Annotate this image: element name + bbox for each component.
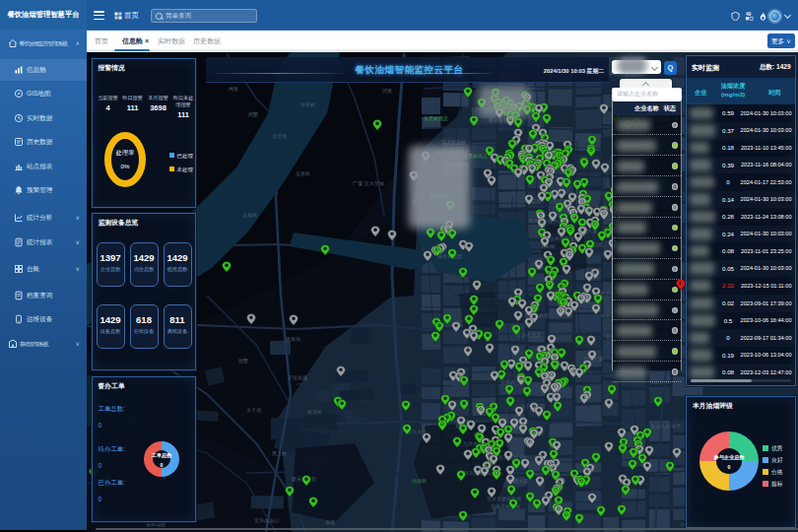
svg-text:静安嘉苑: 静安嘉苑 (489, 117, 508, 124)
svg-text:海景树酒店: 海景树酒店 (424, 115, 448, 122)
svg-text:东郊花园: 东郊花园 (146, 521, 166, 528)
svg-text:0: 0 (160, 462, 163, 468)
svg-text:科荃村: 科荃村 (300, 101, 315, 108)
svg-text:富家村: 富家村 (307, 409, 322, 416)
svg-text:黑上村: 黑上村 (272, 450, 287, 457)
svg-text:宜天悦学校: 宜天悦学校 (441, 139, 466, 146)
svg-text:49: 49 (746, 12, 752, 17)
svg-text:0%: 0% (120, 163, 129, 169)
svg-text:毛家村: 毛家村 (296, 170, 310, 177)
svg-text:工单总数: 工单总数 (150, 452, 172, 459)
svg-text:太子庙: 太子庙 (246, 407, 261, 414)
svg-text:胡墅: 胡墅 (238, 358, 248, 365)
svg-text:京福线: 京福线 (242, 212, 257, 219)
svg-text:周墅: 周墅 (248, 111, 258, 117)
svg-text:东坡: 东坡 (325, 519, 335, 525)
svg-text:水浮渔: 水浮渔 (272, 133, 287, 140)
svg-text:香湖天品 水区: 香湖天品 水区 (650, 423, 681, 429)
svg-text:氿保科: 氿保科 (412, 478, 427, 484)
svg-text:沪宜高速: 沪宜高速 (288, 374, 307, 381)
svg-text:俆家坝: 俆家坝 (285, 336, 300, 343)
svg-text:河里: 河里 (382, 88, 392, 95)
svg-text:0: 0 (728, 464, 731, 470)
svg-text:参与企业总数: 参与企业总数 (712, 454, 745, 461)
svg-text:闸里: 闸里 (229, 86, 238, 93)
svg-text:宜兴大酒店: 宜兴大酒店 (516, 332, 541, 339)
svg-text:宜兴高乐山: 宜兴高乐山 (254, 517, 279, 523)
svg-text:处理率: 处理率 (114, 149, 134, 157)
svg-text:广厦·京大宝城: 广厦·京大宝城 (353, 180, 384, 187)
